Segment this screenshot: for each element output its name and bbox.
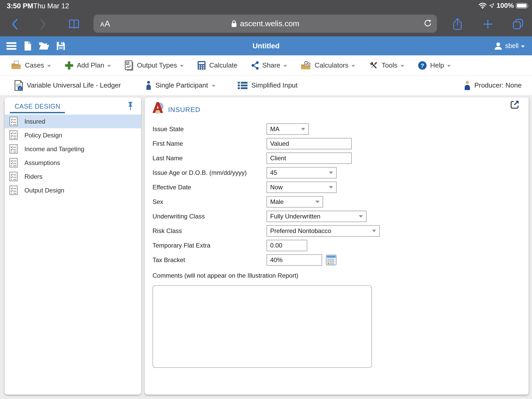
back-icon[interactable] — [11, 19, 18, 30]
sidebar-item-income-and-targeting[interactable]: Income and Targeting — [5, 142, 141, 156]
document-info-icon: i — [14, 80, 23, 91]
field-label: Last Name — [152, 155, 267, 162]
field-label: Risk Class — [152, 227, 267, 235]
sidebar-item-label: Policy Design — [24, 132, 62, 139]
sidebar-item-output-design[interactable]: Output Design — [5, 183, 141, 197]
browser-topbar: 3:50 PM Thu Mar 12 100% — [0, 0, 532, 36]
safari-nav-row: AA ascent.welis.com — [0, 12, 532, 36]
effective-date-select[interactable]: Now — [267, 182, 337, 193]
url-bar[interactable]: AA ascent.welis.com — [94, 15, 437, 33]
first-name-input[interactable] — [267, 138, 352, 149]
sidebar-title-underline — [10, 112, 65, 113]
menu-item-help[interactable]: ? Help — [418, 61, 451, 70]
menu-item-label: Calculate — [209, 61, 237, 69]
sidebar-item-label: Output Design — [24, 187, 64, 194]
field-label: First Name — [152, 140, 267, 147]
battery-percent: 100% — [497, 2, 514, 10]
external-link-icon[interactable] — [509, 99, 520, 110]
menu-item-label: Tools — [382, 61, 397, 69]
field-label: Sex — [152, 198, 267, 205]
field-label: Issue Age or D.O.B. (mm/dd/yyyy) — [152, 169, 267, 176]
svg-text:?: ? — [421, 62, 424, 69]
participant-mode-selector[interactable]: Single Participant — [145, 81, 215, 90]
share-ios-icon[interactable] — [453, 18, 462, 30]
context-bar: i Variable Universal Life - Ledger Singl… — [0, 76, 532, 95]
calculators-folder-icon — [301, 61, 311, 70]
tabs-icon[interactable] — [512, 18, 524, 30]
single-participant-icon — [145, 81, 152, 90]
product-indicator[interactable]: i Variable Universal Life - Ledger — [14, 80, 121, 91]
panel-title: INSURED — [168, 106, 200, 114]
input-mode-label: Simplified Input — [251, 81, 298, 89]
menu-item-add-plan[interactable]: Add Plan — [64, 61, 111, 70]
username: sbell — [505, 42, 518, 50]
pin-icon[interactable] — [127, 102, 134, 111]
last-name-input[interactable] — [267, 152, 352, 164]
producer-selector[interactable]: Producer: None — [464, 81, 522, 90]
sidebar-title: CASE DESIGN — [15, 103, 60, 110]
menu-item-label: Add Plan — [77, 61, 104, 69]
field-label: Underwriting Class — [152, 213, 267, 220]
form-row: First Name — [152, 138, 352, 149]
comments-label: Comments (will not appear on the Illustr… — [152, 272, 298, 279]
menu-item-label: Calculators — [315, 61, 348, 69]
input-mode-indicator[interactable]: Simplified Input — [237, 81, 298, 90]
sex-select[interactable]: Male — [267, 196, 323, 208]
tax-bracket-input[interactable] — [267, 254, 322, 266]
calculator-button-icon[interactable] — [326, 255, 337, 265]
checklist-icon — [9, 117, 18, 126]
menu-item-share[interactable]: Share — [251, 61, 287, 70]
menu-item-calculate[interactable]: Calculate — [197, 61, 237, 70]
wifi-icon — [478, 3, 487, 9]
producer-label: Producer: None — [474, 81, 522, 89]
checklist-icon — [9, 185, 18, 195]
user-menu[interactable]: sbell — [494, 42, 525, 50]
risk-class-select[interactable]: Preferred Nontobacco — [267, 225, 380, 237]
form-row: Issue State MA — [152, 123, 309, 135]
sidebar-item-insured[interactable]: Insured — [5, 115, 141, 128]
status-bar: 3:50 PM Thu Mar 12 100% — [0, 0, 532, 12]
sidebar-item-policy-design[interactable]: Policy Design — [5, 128, 141, 142]
menu-item-output-types[interactable]: Output Types — [124, 60, 184, 71]
forward-icon[interactable] — [39, 19, 46, 30]
url-text: ascent.welis.com — [240, 19, 299, 28]
share-nodes-icon — [251, 61, 259, 70]
underwriting-class-select[interactable]: Fully Underwritten — [267, 211, 367, 222]
content-area: CASE DESIGN Insured Policy Design — [0, 95, 532, 399]
select-value: MA — [270, 125, 280, 133]
chevron-down-icon — [301, 128, 305, 130]
menu-bar: Cases Add Plan Output Types — [0, 55, 532, 76]
chevron-down-icon — [180, 65, 184, 67]
form-row: Last Name — [152, 152, 352, 164]
reload-icon[interactable] — [423, 19, 432, 28]
add-plan-plus-icon — [64, 61, 74, 70]
chevron-down-icon — [329, 172, 333, 174]
chevron-down-icon — [447, 65, 451, 67]
case-design-panel: CASE DESIGN Insured Policy Design — [5, 97, 141, 395]
sidebar-item-label: Assumptions — [24, 159, 60, 167]
checklist-icon — [9, 130, 18, 140]
app-header: Untitled sbell — [0, 36, 532, 55]
issue-state-select[interactable]: MA — [267, 123, 309, 135]
menu-item-label: Help — [430, 61, 444, 69]
svg-text:i: i — [19, 86, 21, 90]
chevron-down-icon — [351, 65, 355, 67]
select-value: Fully Underwritten — [270, 213, 320, 220]
help-question-icon: ? — [418, 61, 427, 70]
select-value: Male — [270, 198, 284, 205]
menu-item-tools[interactable]: Tools — [369, 61, 404, 70]
chevron-down-icon — [283, 65, 287, 67]
form-row: Underwriting Class Fully Underwritten — [152, 211, 367, 222]
chevron-down-icon — [315, 201, 320, 203]
insured-panel: INSURED Issue State MA First Name — [145, 97, 529, 395]
new-tab-icon[interactable] — [483, 19, 493, 29]
comments-textarea[interactable] — [152, 285, 372, 368]
menu-item-calculators[interactable]: Calculators — [301, 61, 355, 70]
sidebar-item-riders[interactable]: Riders — [5, 170, 141, 183]
menu-item-cases[interactable]: Cases — [11, 61, 51, 70]
sidebar-item-assumptions[interactable]: Assumptions — [5, 156, 141, 170]
user-icon — [494, 42, 503, 50]
bookmarks-icon[interactable] — [68, 19, 80, 29]
issue-age-select[interactable]: 45 — [267, 167, 337, 178]
temporary-flat-extra-input[interactable] — [267, 240, 307, 251]
